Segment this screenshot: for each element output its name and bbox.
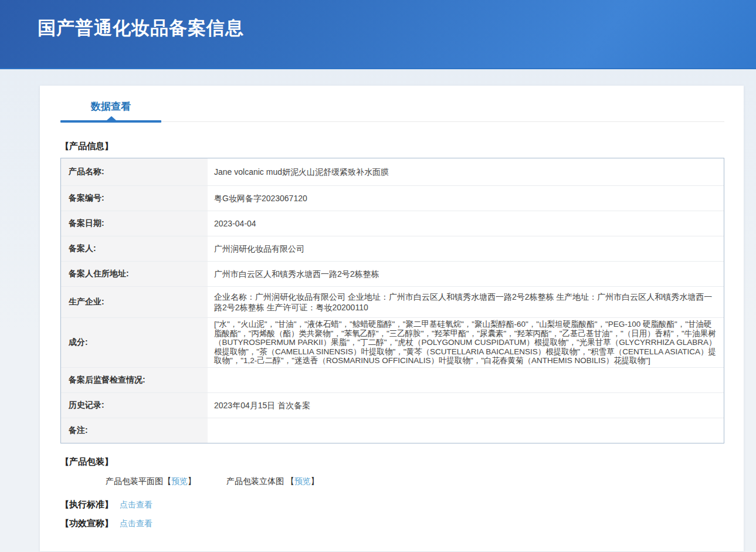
page-title: 国产普通化妆品备案信息 [0,0,756,40]
section-title-efficacy: 【功效宣称】 [60,518,113,528]
row-value: 广州润研化妆品有限公司 [208,236,724,261]
row-label: 产品名称: [61,158,208,185]
row-label: 备案编号: [61,186,208,211]
row-label: 备案后监督检查情况: [61,368,208,392]
table-row-post-registration-inspection: 备案后监督检查情况: [61,368,724,393]
efficacy-claim-row: 【功效宣称】点击查看 [60,518,724,529]
table-row-registration-date: 备案日期: 2023-04-04 [61,211,724,236]
packaging-3d-view: 产品包装立体图 【预览】 [226,476,319,486]
table-row-registrant-address: 备案人住所地址: 广州市白云区人和镇秀水塘西一路2号2栋整栋 [61,262,724,287]
packaging-3d-label: 产品包装立体图 [226,476,286,486]
tab-data-view-label: 数据查看 [91,101,131,112]
bracket-open: 【 [286,476,294,486]
row-value: 2023年04月15日 首次备案 [208,393,724,418]
table-row-registrant: 备案人: 广州润研化妆品有限公司 [61,236,724,262]
bracket-open: 【 [163,476,171,486]
row-label: 备注: [61,418,208,443]
row-label: 生产企业: [61,287,208,317]
packaging-3d-preview-link[interactable]: 预览 [294,476,311,486]
packaging-flat-preview-link[interactable]: 预览 [171,476,188,486]
row-value: 粤G妆网备字2023067120 [208,186,724,211]
table-row-product-name: 产品名称: Jane volcanic mud妍泥火山泥舒缓紧致补水面膜 [61,158,724,186]
section-title-packaging: 【产品包装】 [60,456,724,468]
page-header: 国产普通化妆品备案信息 [0,0,756,69]
bracket-close: 】 [188,476,196,486]
content-card: 数据查看 【产品信息】 产品名称: Jane volcanic mud妍泥火山泥… [40,86,744,551]
packaging-flat-label: 产品包装平面图 [106,476,163,486]
section-title-exec-standard: 【执行标准】 [60,499,113,509]
tab-active-pointer-icon [106,116,117,121]
row-label: 备案人: [61,236,208,261]
row-value [208,418,724,443]
section-title-product-info: 【产品信息】 [60,141,724,152]
row-value [208,368,724,392]
tab-bar: 数据查看 [60,100,724,122]
table-row-manufacturer: 生产企业: 企业名称：广州润研化妆品有限公司 企业地址：广州市白云区人和镇秀水塘… [61,287,724,318]
exec-standard-row: 【执行标准】点击查看 [60,499,724,510]
table-row-ingredients: 成分: ["水"，"火山泥"，"甘油"，"液体石蜡"，"鲸蜡硬脂醇"，"聚二甲基… [61,318,724,368]
row-value: ["水"，"火山泥"，"甘油"，"液体石蜡"，"鲸蜡硬脂醇"，"聚二甲基硅氧烷"… [208,318,724,367]
efficacy-view-link[interactable]: 点击查看 [120,519,152,528]
table-row-history: 历史记录: 2023年04月15日 首次备案 [61,393,724,418]
packaging-flat-view: 产品包装平面图【预览】 [106,476,198,486]
table-row-remarks: 备注: [61,418,724,443]
row-value: 广州市白云区人和镇秀水塘西一路2号2栋整栋 [208,262,724,286]
row-value: 2023-04-04 [208,211,724,236]
row-label: 历史记录: [61,393,208,418]
product-info-table: 产品名称: Jane volcanic mud妍泥火山泥舒缓紧致补水面膜 备案编… [60,158,724,443]
table-row-registration-number: 备案编号: 粤G妆网备字2023067120 [61,186,724,211]
bracket-close: 】 [311,476,319,486]
tab-divider [60,121,724,122]
row-value: Jane volcanic mud妍泥火山泥舒缓紧致补水面膜 [208,158,724,185]
row-label: 备案日期: [61,211,208,236]
row-label: 成分: [61,318,208,367]
row-label: 备案人住所地址: [61,262,208,286]
exec-standard-view-link[interactable]: 点击查看 [120,500,152,509]
row-value: 企业名称：广州润研化妆品有限公司 企业地址：广州市白云区人和镇秀水塘西一路2号2… [208,287,724,317]
packaging-links-row: 产品包装平面图【预览】 产品包装立体图 【预览】 [106,476,724,487]
